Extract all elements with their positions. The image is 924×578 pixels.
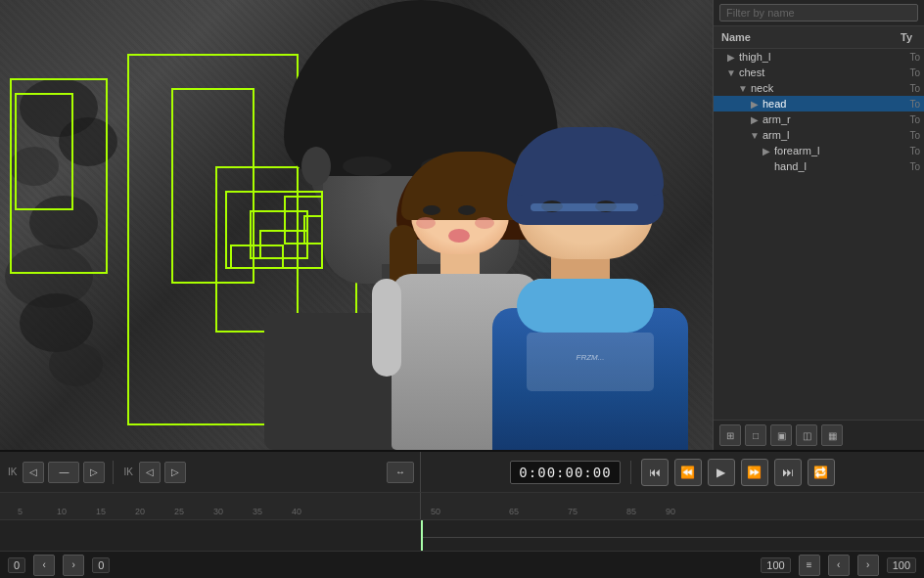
tree-label-chest: chest (737, 67, 897, 78)
ruler-mark-35: 35 (253, 507, 262, 516)
tree-label-arm_l: arm_l (761, 129, 897, 141)
icon-box1[interactable]: □ (745, 424, 766, 446)
ik-prev-btn[interactable]: ◁ (139, 462, 161, 483)
next-key-btn[interactable]: ▷ (83, 462, 105, 483)
tree-label-arm_r: arm_r (761, 113, 897, 125)
icon-box2[interactable]: ▣ (770, 424, 792, 446)
tree-arrow: ▶ (725, 52, 737, 63)
tree-item-chest[interactable]: ▼chestTo (714, 65, 924, 80)
ruler-mark-25: 25 (174, 507, 184, 516)
frame-end-right[interactable]: 100 (887, 557, 916, 573)
insert-key-btn[interactable]: — (48, 462, 79, 483)
tree-type-thigh_l: To (897, 52, 924, 63)
column-name-header: Name (714, 29, 897, 45)
track-line (421, 537, 924, 538)
next-frame-btn[interactable]: ⏩ (741, 459, 768, 486)
ik-label-right: IK (121, 467, 134, 477)
playhead-indicator[interactable] (421, 520, 423, 553)
filter-input[interactable] (719, 4, 918, 22)
frame-prev-btn[interactable]: ‹ (33, 555, 55, 576)
hierarchy-panel: Name Ty ▶thigh_lTo▼chestTo▼neckTo▶headTo… (713, 0, 924, 450)
skip-start-btn[interactable]: ⏮ (641, 459, 669, 486)
extend-btn[interactable]: ↔ (387, 462, 414, 483)
play-btn[interactable]: ▶ (708, 459, 735, 486)
frame-start-left[interactable]: 0 (8, 557, 25, 573)
ruler-mark-75: 75 (568, 507, 578, 516)
timeline-tracks (0, 520, 924, 553)
tree-label-hand_l: hand_l (772, 160, 897, 172)
timecode-display[interactable]: 0:00:00:00 (510, 461, 620, 484)
timeline-panel: IK ◁ — ▷ IK ◁ ▷ ↔ 0:00:00:00 ⏮ ⏪ ▶ ⏩ ⏭ 🔁… (0, 450, 924, 578)
tree-arrow: ▼ (725, 67, 737, 78)
ruler-mark-20: 20 (135, 507, 145, 516)
left-transport-bar: IK ◁ — ▷ IK ◁ ▷ ↔ (0, 452, 421, 493)
tree-item-head[interactable]: ▶headTo (714, 96, 924, 111)
tree-label-neck: neck (749, 82, 897, 94)
tree-label-forearm_l: forearm_l (772, 145, 897, 156)
ruler-mark-85: 85 (626, 507, 636, 516)
ruler-mark-15: 15 (96, 507, 106, 516)
panel-header: Name Ty (714, 26, 924, 49)
tree-arrow: ▶ (749, 99, 761, 110)
ruler-mark-50: 50 (431, 507, 440, 516)
tree-type-hand_l: To (897, 161, 924, 172)
divider-2 (630, 461, 631, 484)
timeline-ruler: 5 10 15 20 25 30 35 40 50 65 75 85 90 (0, 493, 924, 520)
frame-current-right[interactable]: 100 (761, 557, 790, 573)
tree-arrow: ▶ (761, 146, 772, 156)
ruler-mark-90: 90 (666, 507, 675, 516)
icon-box3[interactable]: ◫ (796, 424, 817, 446)
icon-box4[interactable]: ▦ (821, 424, 843, 446)
tree-type-chest: To (897, 67, 924, 78)
icon-grid[interactable]: ⊞ (719, 424, 741, 446)
status-bar: 0 ‹ › 0 100 ≡ ‹ › 100 (0, 551, 924, 578)
ik-label-left: IK (6, 467, 19, 477)
column-type-header: Ty (897, 29, 924, 45)
main-viewport: FRZM... (0, 0, 713, 450)
tree-type-neck: To (897, 83, 924, 94)
tree-label-head: head (761, 98, 897, 110)
tree-type-arm_l: To (897, 130, 924, 141)
divider-1 (113, 461, 114, 484)
status-nav-prev[interactable]: ‹ (828, 555, 850, 576)
tree-arrow: ▶ (749, 114, 761, 125)
tree-type-head: To (897, 99, 924, 110)
frame-next-btn[interactable]: › (63, 555, 84, 576)
tree-arrow: ▼ (749, 130, 761, 141)
tree-type-forearm_l: To (897, 146, 924, 156)
ruler-mark-40: 40 (292, 507, 301, 516)
prev-key-btn[interactable]: ◁ (23, 462, 44, 483)
ruler-mark-10: 10 (57, 507, 67, 516)
skip-end-btn[interactable]: ⏭ (774, 459, 802, 486)
tree-label-thigh_l: thigh_l (737, 51, 897, 63)
tree-item-thigh_l[interactable]: ▶thigh_lTo (714, 49, 924, 65)
ruler-mark-65: 65 (509, 507, 519, 516)
panel-toolbar: ⊞ □ ▣ ◫ ▦ (714, 420, 924, 450)
tree-item-neck[interactable]: ▼neckTo (714, 80, 924, 96)
menu-icon-btn[interactable]: ≡ (799, 555, 820, 576)
search-bar (714, 0, 924, 26)
tree-item-forearm_l[interactable]: ▶forearm_lTo (714, 143, 924, 158)
ik-next-btn[interactable]: ▷ (164, 462, 186, 483)
loop-btn[interactable]: 🔁 (808, 459, 835, 486)
tree-item-arm_r[interactable]: ▶arm_rTo (714, 111, 924, 127)
scene-tree: ▶thigh_lTo▼chestTo▼neckTo▶headTo▶arm_rTo… (714, 49, 924, 450)
status-nav-next[interactable]: › (857, 555, 879, 576)
tree-item-arm_l[interactable]: ▼arm_lTo (714, 127, 924, 143)
tree-type-arm_r: To (897, 114, 924, 125)
ruler-mark-5: 5 (18, 507, 23, 516)
frame-end-left[interactable]: 0 (92, 557, 110, 573)
tree-arrow: ▼ (737, 83, 749, 94)
tree-item-hand_l[interactable]: hand_lTo (714, 158, 924, 174)
ruler-mark-30: 30 (213, 507, 223, 516)
prev-frame-btn[interactable]: ⏪ (674, 459, 702, 486)
right-transport-bar: 0:00:00:00 ⏮ ⏪ ▶ ⏩ ⏭ 🔁 (421, 452, 924, 493)
